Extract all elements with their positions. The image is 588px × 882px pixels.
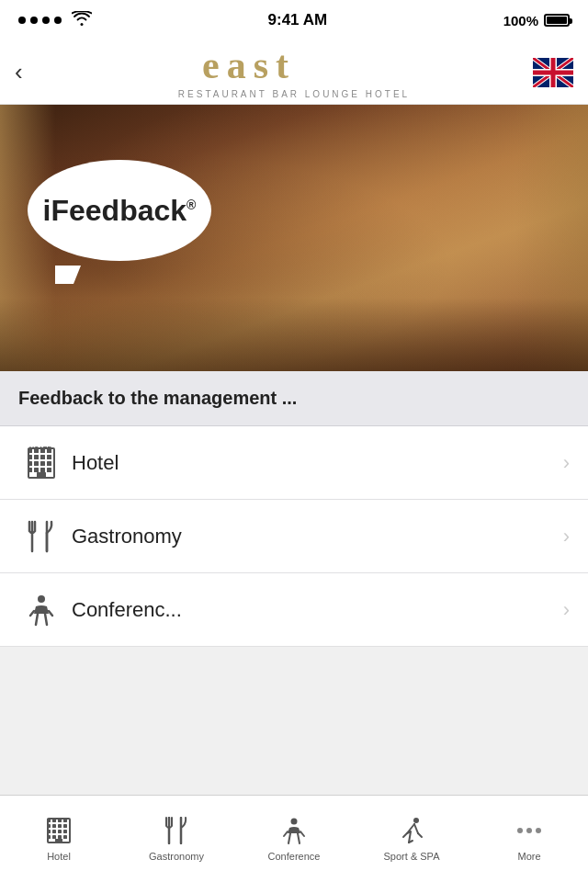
- svg-rect-37: [52, 835, 56, 839]
- svg-point-24: [38, 595, 45, 603]
- conference-chevron: ›: [563, 598, 570, 622]
- logo-text: east: [202, 45, 386, 87]
- battery-percentage: 100%: [503, 13, 538, 28]
- svg-line-51: [298, 833, 300, 843]
- hotel-icon-wrap: HOTEL: [18, 447, 64, 480]
- conference-tab-icon-wrap: [277, 814, 311, 847]
- svg-line-26: [45, 614, 47, 625]
- svg-rect-19: [37, 472, 46, 478]
- uk-flag-svg: [533, 58, 573, 87]
- logo-subtitle: RESTAURANT BAR LOUNGE HOTEL: [178, 89, 410, 99]
- menu-item-gastronomy[interactable]: Gastronomy ›: [0, 500, 588, 573]
- gastronomy-label: Gastronomy: [72, 525, 563, 548]
- hotel-tab-label: Hotel: [47, 851, 71, 863]
- signal-dot: [18, 17, 26, 24]
- gastronomy-icon: [25, 520, 58, 553]
- menu-item-hotel[interactable]: HOTEL Hotel ›: [0, 426, 588, 500]
- signal-indicator: [18, 11, 92, 30]
- hotel-tab-icon-wrap: [42, 814, 75, 847]
- more-dot: [526, 828, 532, 833]
- signal-dot: [42, 17, 50, 24]
- svg-rect-44: [63, 830, 67, 833]
- tab-gastronomy[interactable]: Gastronomy: [118, 796, 235, 882]
- svg-rect-42: [63, 819, 67, 822]
- tab-more[interactable]: More: [470, 796, 588, 882]
- svg-rect-14: [40, 468, 45, 472]
- svg-rect-41: [58, 835, 62, 839]
- svg-rect-7: [34, 448, 39, 453]
- svg-point-54: [413, 818, 419, 823]
- more-dot: [536, 828, 541, 833]
- conference-icon: [25, 594, 58, 627]
- svg-rect-33: [47, 835, 51, 839]
- ifeedback-bubble: iFeedback®: [28, 160, 230, 279]
- svg-rect-3: [28, 448, 32, 453]
- tab-bar: Hotel Gastronomy Conference: [0, 795, 588, 882]
- sport-tab-icon: [398, 817, 425, 844]
- gastronomy-icon-wrap: [18, 520, 64, 553]
- svg-line-27: [30, 611, 34, 616]
- svg-rect-9: [34, 461, 39, 466]
- svg-line-28: [49, 611, 52, 616]
- svg-rect-35: [52, 824, 56, 828]
- status-bar: 9:41 AM 100%: [0, 0, 588, 40]
- menu-item-conference[interactable]: Conferenc... ›: [0, 573, 588, 647]
- svg-rect-13: [40, 461, 45, 466]
- gastronomy-tab-label: Gastronomy: [149, 851, 204, 863]
- svg-rect-8: [34, 455, 39, 459]
- back-button[interactable]: ‹: [15, 58, 23, 86]
- svg-rect-4: [28, 455, 32, 459]
- svg-line-53: [300, 831, 304, 836]
- more-tab-label: More: [517, 851, 540, 863]
- hero-image: iFeedback®: [0, 105, 588, 371]
- svg-rect-16: [47, 455, 51, 459]
- hotel-icon: HOTEL: [25, 447, 58, 480]
- svg-rect-10: [34, 468, 39, 472]
- feedback-title-bar: Feedback to the management ...: [0, 371, 588, 426]
- app-logo: east RESTAURANT BAR LOUNGE HOTEL: [178, 45, 410, 99]
- hotel-chevron: ›: [563, 451, 570, 475]
- feedback-title: Feedback to the management ...: [18, 388, 297, 408]
- bubble-tail: [55, 266, 81, 284]
- conference-icon-wrap: [18, 594, 64, 627]
- battery-area: 100%: [503, 13, 570, 28]
- svg-point-49: [291, 819, 298, 825]
- gastronomy-tab-icon-wrap: [160, 814, 193, 847]
- svg-rect-43: [63, 824, 67, 828]
- svg-rect-17: [47, 461, 51, 466]
- svg-rect-30: [47, 819, 51, 822]
- conference-tab-label: Conference: [268, 851, 321, 863]
- east-logo-svg: east: [202, 45, 386, 82]
- svg-rect-32: [47, 830, 51, 833]
- wifi-icon: [72, 11, 92, 30]
- svg-line-50: [288, 833, 290, 843]
- sport-tab-icon-wrap: [395, 814, 428, 847]
- svg-rect-15: [47, 448, 51, 453]
- svg-rect-40: [58, 830, 62, 833]
- hotel-label: Hotel: [72, 451, 563, 475]
- more-tab-icon: [517, 814, 541, 847]
- bubble-shape: iFeedback®: [28, 160, 211, 261]
- tab-sport-spa[interactable]: Sport & SPA: [353, 796, 470, 882]
- language-flag[interactable]: [533, 58, 573, 87]
- svg-rect-34: [52, 819, 56, 822]
- hero-overlay: [0, 298, 588, 371]
- ifeedback-text: iFeedback®: [43, 194, 197, 228]
- tab-conference[interactable]: Conference: [235, 796, 353, 882]
- menu-list: HOTEL Hotel › Gastronomy ›: [0, 426, 588, 647]
- gastronomy-chevron: ›: [563, 525, 570, 548]
- signal-dot: [30, 17, 38, 24]
- svg-rect-11: [40, 448, 45, 453]
- svg-rect-31: [47, 824, 51, 828]
- time-display: 9:41 AM: [268, 11, 328, 29]
- svg-rect-36: [52, 830, 56, 833]
- svg-text:HOTEL: HOTEL: [29, 447, 51, 448]
- svg-line-52: [284, 831, 288, 836]
- svg-rect-12: [40, 455, 45, 459]
- battery-icon: [544, 14, 570, 27]
- app-header: ‹ east RESTAURANT BAR LOUNGE HOTEL: [0, 40, 588, 105]
- tab-hotel[interactable]: Hotel: [0, 796, 118, 882]
- svg-rect-6: [28, 468, 32, 472]
- conference-label: Conferenc...: [72, 598, 563, 622]
- conference-tab-icon: [280, 817, 308, 844]
